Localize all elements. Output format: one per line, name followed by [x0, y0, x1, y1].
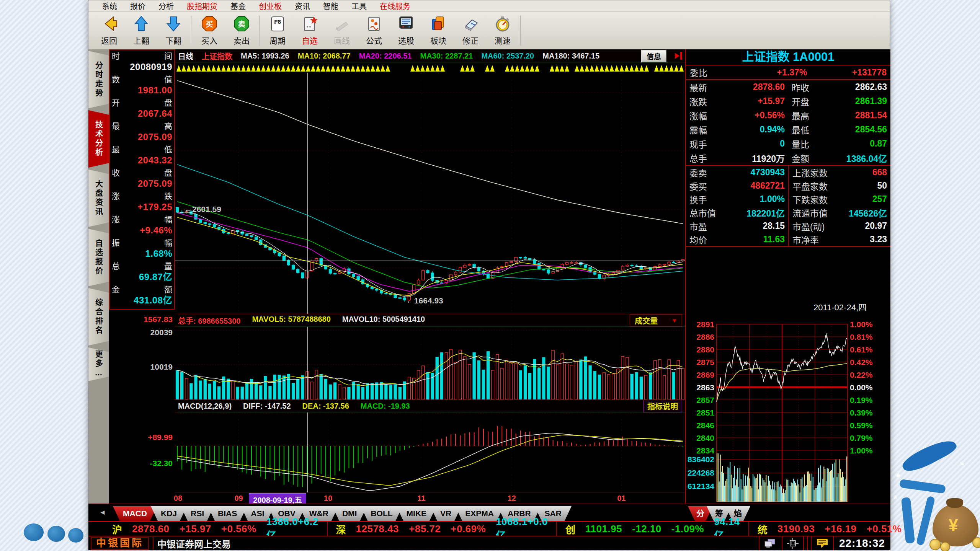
repair-button[interactable]: 修正	[454, 13, 487, 48]
draw-line-button[interactable]: 画线	[326, 13, 358, 48]
svg-text:0.19%: 0.19%	[850, 396, 873, 404]
ticker-segment: 沪2878.60+15.97+0.56%1386.0+6.2亿	[88, 522, 328, 536]
date-tick: 09	[235, 494, 243, 503]
svg-text:2880: 2880	[696, 345, 714, 354]
toolbar-button-label: 自选	[302, 34, 318, 46]
sell-button[interactable]: 卖卖出	[225, 13, 258, 48]
svg-text:2840: 2840	[696, 434, 714, 442]
ma-value: MA20: 2206.51	[359, 52, 412, 60]
svg-text:2875: 2875	[696, 358, 714, 367]
favorites-button[interactable]: 自选	[294, 13, 326, 48]
toolbar-button-label: 上翻	[133, 34, 149, 46]
quote-title: 上证指数 1A0001	[686, 49, 890, 65]
svg-text:2869: 2869	[696, 370, 714, 379]
period-label[interactable]: 日线	[178, 51, 193, 62]
ma-value: MA10: 2068.77	[298, 52, 351, 60]
menu-item[interactable]: 资讯	[288, 0, 317, 11]
message-icon[interactable]	[811, 536, 833, 550]
quote-panel: 上证指数 1A0001 委比 +1.37% +131778 最新2878.60昨…	[685, 49, 890, 504]
speed-test-button[interactable]: 测速	[487, 13, 519, 48]
info-row: 金额431.08亿	[112, 284, 172, 308]
toolbar-button-label: 买入	[201, 34, 217, 46]
volume-value: MAVOL5: 5787488680	[252, 315, 330, 326]
svg-text:2886: 2886	[696, 333, 714, 341]
chart-column: 日线 上证指数 MA5: 1993.26MA10: 2068.77MA20: 2…	[175, 49, 685, 504]
quote-row: 现手0量比0.87	[686, 137, 890, 151]
menu-item[interactable]: 分析	[152, 0, 180, 11]
toolbar-separator	[191, 16, 192, 46]
toolbar-button-label: 选股	[398, 34, 414, 46]
menu-item[interactable]: 工具	[345, 0, 373, 11]
quote-row: 最新2878.60昨收2862.63	[686, 80, 890, 94]
alert-arrow-icon	[675, 52, 682, 60]
platform-title: 中银证券网上交易	[157, 537, 231, 550]
formula-button[interactable]: 公式	[358, 13, 390, 48]
svg-text:0.42%: 0.42%	[850, 358, 873, 367]
indicator-tab-macd[interactable]: MACD	[113, 506, 157, 521]
indicator-tab-bias[interactable]: BIAS	[208, 506, 247, 521]
intraday-chart[interactable]: 2891288628802875286928632857285128462840…	[686, 310, 890, 505]
scroll-left-icon[interactable]: ◄	[99, 509, 106, 517]
indicator-help-button[interactable]: 指标说明	[643, 400, 682, 412]
kline-chart[interactable]: ←2601.59←1664.93	[175, 73, 685, 314]
side-tab[interactable]: 大盘资讯	[88, 170, 109, 227]
volume-indicator-dropdown[interactable]: 成交量▼	[630, 314, 682, 327]
axis-label: 1567.83	[144, 315, 173, 324]
volume-chart[interactable]	[175, 327, 685, 399]
macd-value: DEA: -137.56	[302, 402, 349, 411]
weibi-diff: +131778	[852, 67, 887, 78]
back-icon	[101, 15, 118, 34]
menu-item[interactable]: 报价	[124, 0, 152, 11]
menu-item[interactable]: 系统	[95, 0, 124, 11]
info-button[interactable]: 信息	[641, 50, 666, 62]
buy-icon: 买	[201, 15, 218, 34]
ma-values: MA5: 1993.26MA10: 2068.77MA20: 2206.51MA…	[241, 52, 599, 60]
side-tab[interactable]: 更多…	[88, 347, 109, 381]
indicator-tab-kdj[interactable]: KDJ	[151, 506, 187, 521]
sectors-button[interactable]: 板块	[422, 13, 454, 48]
page-up-button[interactable]: 上翻	[125, 13, 157, 48]
app-window: 系统报价分析股指期货基金创业板资讯智能工具在线服务 返回上翻下翻买买入卖卖出F8…	[88, 0, 890, 550]
svg-text:2851: 2851	[696, 408, 714, 417]
buy-button[interactable]: 买买入	[193, 13, 225, 48]
macd-chart[interactable]	[175, 412, 685, 492]
brightness-icon[interactable]	[782, 536, 803, 550]
toolbar-button-label: 画线	[334, 34, 350, 46]
svg-text:0.39%: 0.39%	[850, 408, 873, 417]
indicator-tab-dmi[interactable]: DMI	[332, 506, 367, 521]
macd-header: MACD(12,26,9)DIFF: -147.52DEA: -137.56MA…	[175, 399, 685, 412]
side-tab[interactable]: 综合排名	[88, 288, 109, 346]
weibi-row: 委比 +1.37% +131778	[686, 65, 890, 80]
svg-text:←2601.59: ←2601.59	[184, 205, 221, 214]
menu-item[interactable]: 智能	[317, 0, 345, 11]
side-tab[interactable]: 分时走势	[88, 51, 109, 108]
menu-item[interactable]: 股指期货	[180, 0, 224, 11]
weibi-label: 委比	[690, 66, 732, 79]
chevron-down-icon: ▼	[671, 317, 677, 324]
menu-item[interactable]: 基金	[224, 0, 252, 11]
stock-picker-button[interactable]: 选股	[390, 13, 422, 48]
symbol-label: 上证指数	[202, 51, 232, 62]
indicator-tab-mike[interactable]: MIKE	[397, 506, 437, 521]
event-marker-strip[interactable]	[175, 63, 685, 73]
connection-icon[interactable]	[759, 536, 782, 550]
toolbar-button-label: 卖出	[234, 34, 250, 46]
date-tick: 01	[617, 494, 626, 503]
side-tab[interactable]: 自选报价	[88, 229, 109, 286]
favorites-icon	[301, 15, 318, 34]
side-tab[interactable]: 技术分析	[88, 110, 109, 168]
menu-item[interactable]: 在线服务	[373, 0, 417, 11]
speed-test-icon	[494, 15, 511, 34]
formula-icon	[366, 15, 382, 34]
axis-label: -32.30	[150, 459, 173, 468]
period-f8-button[interactable]: F8周期	[261, 13, 294, 48]
page-down-button[interactable]: 下翻	[157, 13, 189, 48]
date-tick: 12	[508, 494, 516, 503]
page-up-icon	[133, 15, 150, 34]
svg-text:0.81%: 0.81%	[850, 333, 873, 341]
menu-item[interactable]: 创业板	[252, 0, 288, 11]
indicator-tab-boll[interactable]: BOLL	[361, 506, 402, 521]
svg-text:←1664.93: ←1664.93	[406, 296, 443, 305]
svg-text:0.00%: 0.00%	[850, 383, 873, 392]
back-button[interactable]: 返回	[93, 13, 125, 48]
